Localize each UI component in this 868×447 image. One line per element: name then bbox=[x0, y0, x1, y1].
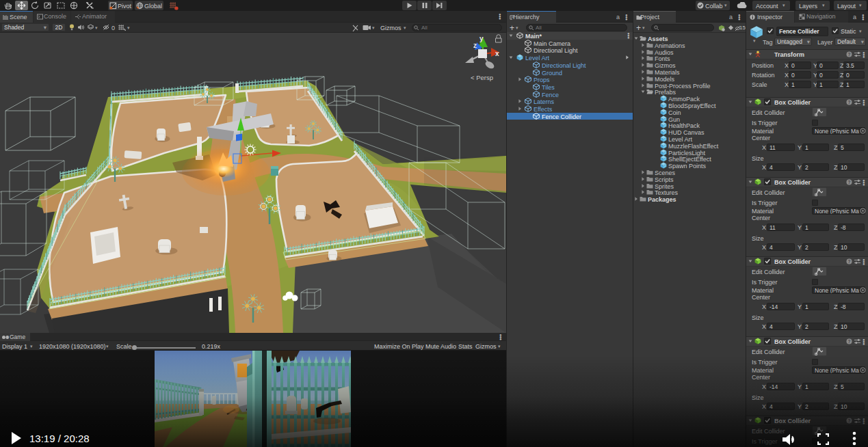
svg-text:?: ? bbox=[848, 339, 851, 344]
svg-text:?: ? bbox=[848, 100, 851, 105]
svg-text:?: ? bbox=[848, 52, 851, 57]
svg-text:?: ? bbox=[848, 418, 851, 423]
svg-text:y: y bbox=[479, 35, 484, 42]
svg-text:x: x bbox=[495, 50, 499, 57]
svg-text:?: ? bbox=[848, 259, 851, 264]
svg-text:z: z bbox=[473, 42, 477, 49]
svg-text:< Persp: < Persp bbox=[471, 74, 493, 81]
svg-text:?: ? bbox=[848, 180, 851, 185]
